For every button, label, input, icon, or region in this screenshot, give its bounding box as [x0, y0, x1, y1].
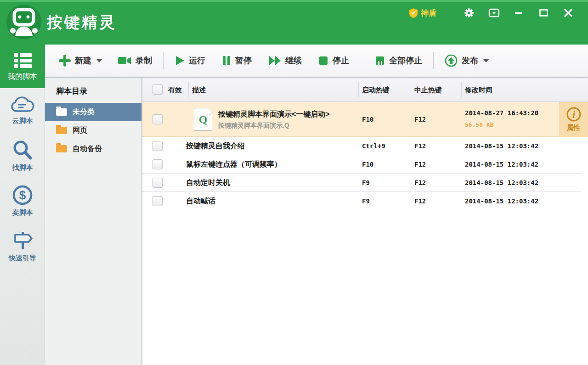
- column-divider: [461, 82, 462, 97]
- table-row[interactable]: 自动喊话 F9 F12 2014-08-15 12:03:42: [142, 192, 581, 210]
- folder-item-uncategorized[interactable]: 未分类: [45, 103, 141, 121]
- sidebar-item-label: 找脚本: [12, 164, 33, 171]
- settings-button[interactable]: [462, 6, 476, 20]
- sidebar-item-sell-scripts[interactable]: $ 卖脚本: [0, 180, 45, 220]
- stop-hotkey: F12: [414, 116, 426, 123]
- modified-time: 2014-08-15 12:03:42: [465, 155, 538, 174]
- table-header: 有效 描述 启动热键 中止热键 修改时间: [142, 78, 588, 102]
- app-window: 按键精灵 神盾: [0, 0, 588, 365]
- run-button[interactable]: 运行: [170, 51, 210, 70]
- pause-button[interactable]: 暂停: [217, 51, 256, 70]
- file-size: 56.58 KB: [465, 121, 494, 128]
- toolbar-separator: [433, 52, 434, 69]
- stop-hotkey: F12: [414, 174, 426, 192]
- chevron-down-icon: [483, 59, 489, 62]
- minimize-icon: [514, 8, 523, 17]
- properties-button[interactable]: i 属性: [559, 102, 588, 137]
- sidebar-item-label: 卖脚本: [12, 209, 33, 216]
- script-title: 鼠标左键连点器（可调频率）: [186, 155, 282, 174]
- script-title: 自动喊话: [186, 192, 215, 210]
- folder-label: 自动备份: [73, 144, 102, 154]
- close-icon: [564, 8, 573, 17]
- maximize-button[interactable]: [537, 6, 550, 20]
- stop-icon: [318, 56, 328, 66]
- sidebar-item-cloud-scripts[interactable]: 云脚本: [0, 90, 45, 130]
- table-row-selected[interactable]: Q 按键精灵脚本界面演示<一键启动> 按键精灵脚本界面演示.Q F10 F12 …: [142, 102, 588, 137]
- stop-hotkey: F12: [414, 192, 426, 210]
- script-file-icon: Q: [194, 108, 212, 131]
- table-row[interactable]: 鼠标左键连点器（可调频率） F10 F12 2014-08-15 12:03:4…: [142, 155, 581, 174]
- column-divider: [358, 82, 359, 97]
- script-title: 按键精灵自我介绍: [186, 137, 245, 155]
- gear-icon: [464, 7, 475, 18]
- script-directory-title: 脚本目录: [45, 78, 141, 103]
- new-script-button[interactable]: 新建: [54, 51, 107, 70]
- script-title: 按键精灵脚本界面演示<一键启动>: [218, 110, 330, 119]
- column-header-valid[interactable]: 有效: [168, 78, 182, 102]
- column-divider: [411, 82, 411, 97]
- sidebar-item-label: 我的脚本: [8, 73, 37, 80]
- stop-all-button[interactable]: 全部停止: [370, 51, 427, 70]
- tray-icon: [488, 8, 500, 18]
- svg-text:i: i: [572, 109, 575, 120]
- folder-label: 网页: [73, 126, 87, 135]
- column-header-modified[interactable]: 修改时间: [465, 78, 492, 102]
- column-header-start-hotkey[interactable]: 启动热键: [362, 78, 390, 102]
- start-hotkey: Ctrl+9: [362, 137, 385, 155]
- minimize-button[interactable]: [512, 6, 526, 20]
- shield-badge[interactable]: 神盾: [409, 8, 436, 18]
- minimize-to-tray-button[interactable]: [487, 6, 501, 20]
- app-logo-robot-icon: [6, 4, 42, 40]
- app-title: 按键精灵: [47, 12, 117, 33]
- toolbar-label: 新建: [75, 55, 91, 66]
- toolbar-label: 运行: [189, 55, 205, 66]
- table-row[interactable]: 按键精灵自我介绍 Ctrl+9 F12 2014-08-15 12:03:42: [142, 137, 581, 155]
- sidebar-item-find-scripts[interactable]: 找脚本: [0, 135, 45, 175]
- row-checkbox[interactable]: [153, 178, 163, 188]
- row-checkbox[interactable]: [153, 141, 163, 151]
- script-table: 有效 描述 启动热键 中止热键 修改时间 Q 按键精灵脚本界面演示<一键启动> …: [142, 78, 588, 365]
- stop-button[interactable]: 停止: [314, 51, 354, 70]
- select-all-checkbox[interactable]: [153, 84, 163, 95]
- column-header-description[interactable]: 描述: [192, 78, 206, 102]
- title-bar: 按键精灵 神盾: [0, 0, 588, 45]
- sidebar-rail: 我的脚本 云脚本 找脚本 $ 卖脚本: [0, 45, 45, 365]
- column-header-stop-hotkey[interactable]: 中止热键: [414, 78, 442, 102]
- row-checkbox[interactable]: [153, 114, 163, 124]
- row-checkbox[interactable]: [153, 196, 163, 206]
- info-icon: i: [566, 107, 582, 122]
- folder-icon: [56, 108, 67, 116]
- record-button[interactable]: 录制: [113, 51, 157, 70]
- modified-time: 2014-08-15 12:03:42: [465, 137, 538, 155]
- search-icon: [12, 140, 33, 161]
- script-subtitle: 按键精灵脚本界面演示.Q: [218, 122, 289, 130]
- properties-label: 属性: [567, 124, 581, 132]
- close-button[interactable]: [561, 6, 575, 20]
- plus-icon: [59, 55, 71, 67]
- chevron-down-icon: [96, 59, 102, 62]
- toolbar-label: 停止: [333, 55, 349, 66]
- shield-icon: [409, 8, 418, 18]
- folder-icon: [56, 145, 67, 152]
- publish-button[interactable]: 发布: [440, 51, 493, 71]
- continue-button[interactable]: 继续: [264, 51, 306, 70]
- camera-icon: [118, 56, 131, 66]
- folder-icon: [56, 127, 67, 134]
- table-row[interactable]: 自动定时关机 F9 F12 2014-08-15 12:03:42: [142, 174, 581, 192]
- sidebar-item-my-scripts[interactable]: 我的脚本: [0, 45, 45, 88]
- cloud-icon: [11, 96, 34, 114]
- stop-all-icon: [375, 56, 385, 66]
- folder-item-auto-backup[interactable]: 自动备份: [45, 140, 141, 158]
- toolbar-label: 全部停止: [389, 55, 422, 66]
- folder-item-webpage[interactable]: 网页: [45, 121, 141, 140]
- folder-label: 未分类: [73, 107, 95, 117]
- svg-text:$: $: [19, 188, 26, 202]
- play-icon: [175, 55, 185, 66]
- toolbar: 新建 录制 运行 暂停: [45, 45, 588, 78]
- sidebar-item-label: 云脚本: [12, 117, 33, 124]
- sidebar-item-quick-guide[interactable]: 快速引导: [0, 225, 45, 265]
- row-checkbox[interactable]: [153, 159, 163, 169]
- pause-icon: [222, 55, 231, 66]
- script-directory-panel: 脚本目录 未分类 网页 自动备份: [45, 78, 142, 365]
- stop-hotkey: F12: [414, 155, 426, 174]
